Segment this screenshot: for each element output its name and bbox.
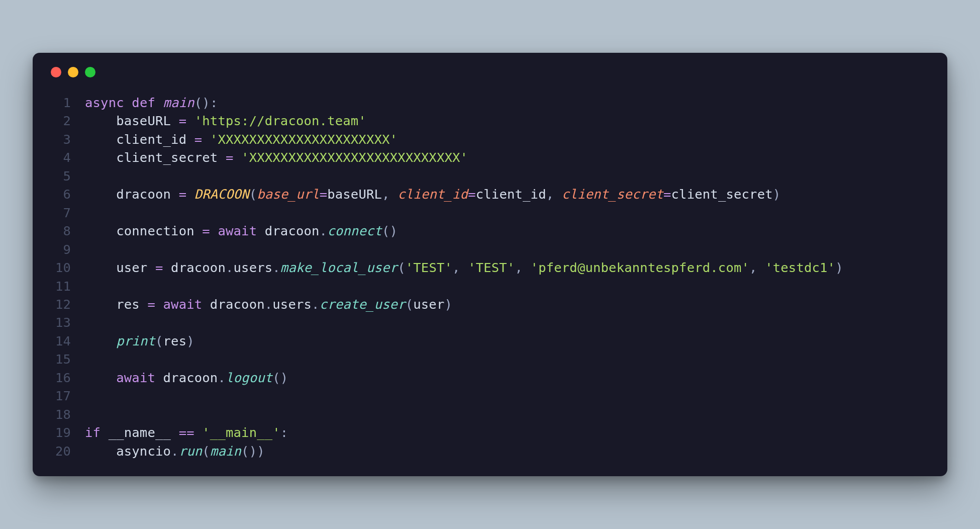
code-content[interactable] bbox=[71, 313, 85, 331]
code-line[interactable]: 13 bbox=[49, 313, 931, 331]
code-content[interactable]: await dracoon.logout() bbox=[71, 369, 288, 387]
zoom-icon[interactable] bbox=[85, 67, 95, 77]
code-content[interactable]: res = await dracoon.users.create_user(us… bbox=[71, 295, 452, 313]
code-content[interactable]: async def main(): bbox=[71, 94, 218, 112]
code-content[interactable] bbox=[71, 167, 85, 185]
code-content[interactable]: print(res) bbox=[71, 332, 194, 350]
close-icon[interactable] bbox=[51, 67, 61, 77]
code-line[interactable]: 5 bbox=[49, 167, 931, 185]
code-line[interactable]: 14 print(res) bbox=[49, 332, 931, 350]
code-line[interactable]: 19if __name__ == '__main__': bbox=[49, 423, 931, 442]
code-content[interactable]: user = dracoon.users.make_local_user('TE… bbox=[71, 258, 843, 277]
line-number: 12 bbox=[49, 295, 71, 313]
code-editor[interactable]: 1async def main():2 baseURL = 'https://d… bbox=[49, 94, 931, 460]
code-window: 1async def main():2 baseURL = 'https://d… bbox=[33, 53, 947, 476]
line-number: 1 bbox=[49, 94, 71, 112]
code-content[interactable]: client_id = 'XXXXXXXXXXXXXXXXXXXXXX' bbox=[71, 130, 398, 148]
line-number: 16 bbox=[49, 369, 71, 387]
code-line[interactable]: 17 bbox=[49, 387, 931, 405]
code-line[interactable]: 16 await dracoon.logout() bbox=[49, 369, 931, 387]
line-number: 8 bbox=[49, 222, 71, 240]
line-number: 5 bbox=[49, 167, 71, 185]
code-content[interactable]: baseURL = 'https://dracoon.team' bbox=[71, 112, 366, 130]
code-line[interactable]: 18 bbox=[49, 405, 931, 423]
code-line[interactable]: 12 res = await dracoon.users.create_user… bbox=[49, 295, 931, 313]
line-number: 14 bbox=[49, 332, 71, 350]
code-content[interactable]: connection = await dracoon.connect() bbox=[71, 222, 398, 240]
line-number: 2 bbox=[49, 112, 71, 130]
code-line[interactable]: 20 asyncio.run(main()) bbox=[49, 442, 931, 460]
line-number: 17 bbox=[49, 387, 71, 405]
line-number: 20 bbox=[49, 442, 71, 460]
code-content[interactable]: asyncio.run(main()) bbox=[71, 442, 265, 460]
line-number: 10 bbox=[49, 258, 71, 277]
code-content[interactable] bbox=[71, 387, 85, 405]
code-line[interactable]: 1async def main(): bbox=[49, 94, 931, 112]
code-content[interactable] bbox=[71, 204, 85, 222]
code-line[interactable]: 7 bbox=[49, 204, 931, 222]
code-line[interactable]: 11 bbox=[49, 277, 931, 295]
code-line[interactable]: 6 dracoon = DRACOON(base_url=baseURL, cl… bbox=[49, 185, 931, 203]
line-number: 4 bbox=[49, 148, 71, 166]
line-number: 11 bbox=[49, 277, 71, 295]
code-content[interactable] bbox=[71, 350, 85, 368]
line-number: 15 bbox=[49, 350, 71, 368]
line-number: 6 bbox=[49, 185, 71, 203]
code-content[interactable]: if __name__ == '__main__': bbox=[71, 423, 288, 442]
code-content[interactable] bbox=[71, 240, 85, 258]
code-line[interactable]: 8 connection = await dracoon.connect() bbox=[49, 222, 931, 240]
code-content[interactable]: client_secret = 'XXXXXXXXXXXXXXXXXXXXXXX… bbox=[71, 148, 468, 166]
code-line[interactable]: 10 user = dracoon.users.make_local_user(… bbox=[49, 258, 931, 277]
line-number: 19 bbox=[49, 423, 71, 442]
code-content[interactable]: dracoon = DRACOON(base_url=baseURL, clie… bbox=[71, 185, 780, 203]
code-line[interactable]: 15 bbox=[49, 350, 931, 368]
code-content[interactable] bbox=[71, 405, 85, 423]
line-number: 3 bbox=[49, 130, 71, 148]
line-number: 18 bbox=[49, 405, 71, 423]
code-content[interactable] bbox=[71, 277, 85, 295]
line-number: 13 bbox=[49, 313, 71, 331]
code-line[interactable]: 3 client_id = 'XXXXXXXXXXXXXXXXXXXXXX' bbox=[49, 130, 931, 148]
line-number: 9 bbox=[49, 240, 71, 258]
line-number: 7 bbox=[49, 204, 71, 222]
window-controls bbox=[49, 67, 931, 77]
code-line[interactable]: 4 client_secret = 'XXXXXXXXXXXXXXXXXXXXX… bbox=[49, 148, 931, 166]
code-line[interactable]: 9 bbox=[49, 240, 931, 258]
code-line[interactable]: 2 baseURL = 'https://dracoon.team' bbox=[49, 112, 931, 130]
minimize-icon[interactable] bbox=[68, 67, 78, 77]
